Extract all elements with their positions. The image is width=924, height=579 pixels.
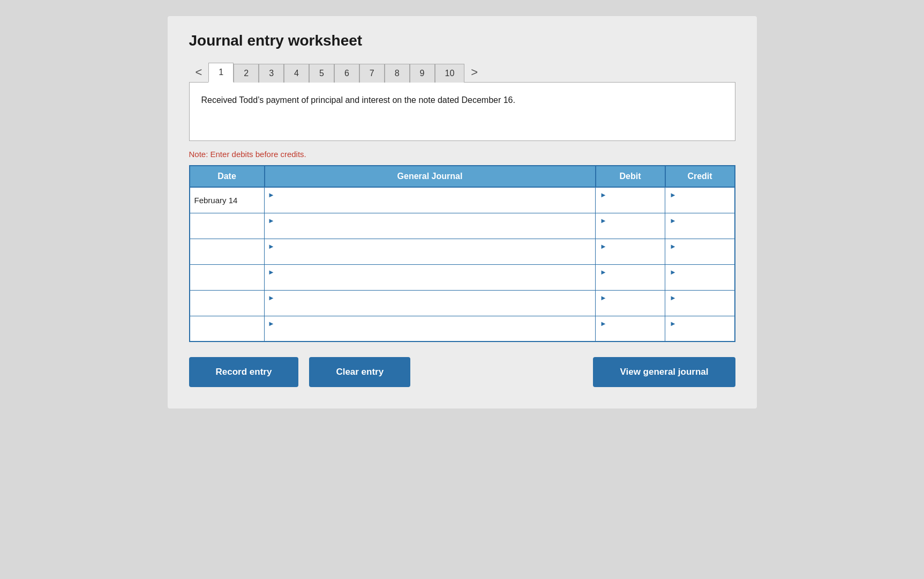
debit-cell-4[interactable]: ► <box>596 264 665 290</box>
tab-navigation: < 1 2 3 4 5 6 7 8 9 10 > <box>189 62 735 83</box>
gj-input-1[interactable] <box>268 199 591 210</box>
clear-entry-button[interactable]: Clear entry <box>309 357 410 387</box>
credit-input-1[interactable] <box>670 199 730 210</box>
arrow-icon-6: ► <box>268 320 275 328</box>
credit-input-3[interactable] <box>670 250 730 262</box>
page-title: Journal entry worksheet <box>189 32 735 49</box>
credit-arrow-1: ► <box>670 191 677 199</box>
date-cell-5 <box>190 290 265 316</box>
record-entry-button[interactable]: Record entry <box>189 357 299 387</box>
gj-input-3[interactable] <box>268 250 591 262</box>
credit-arrow-6: ► <box>670 320 677 328</box>
tab-5[interactable]: 5 <box>309 64 334 83</box>
debit-cell-1[interactable]: ► <box>596 187 665 213</box>
gj-cell-1[interactable]: ► <box>265 187 596 213</box>
tab-6[interactable]: 6 <box>334 64 359 83</box>
date-cell-2 <box>190 213 265 239</box>
credit-input-4[interactable] <box>670 276 730 287</box>
button-row: Record entry Clear entry View general jo… <box>189 357 735 387</box>
header-credit: Credit <box>665 166 735 187</box>
debit-input-6[interactable] <box>600 328 660 339</box>
gj-cell-2[interactable]: ► <box>265 213 596 239</box>
date-cell-4 <box>190 264 265 290</box>
debit-cell-6[interactable]: ► <box>596 316 665 342</box>
gj-cell-5[interactable]: ► <box>265 290 596 316</box>
date-value-1: February 14 <box>194 196 238 205</box>
debit-cell-5[interactable]: ► <box>596 290 665 316</box>
arrow-icon-2: ► <box>268 217 275 225</box>
arrow-icon-5: ► <box>268 294 275 302</box>
gj-cell-4[interactable]: ► <box>265 264 596 290</box>
credit-arrow-5: ► <box>670 294 677 302</box>
debit-cell-2[interactable]: ► <box>596 213 665 239</box>
table-row: ► ► ► <box>190 213 735 239</box>
header-general-journal: General Journal <box>265 166 596 187</box>
credit-cell-4[interactable]: ► <box>665 264 735 290</box>
header-debit: Debit <box>596 166 665 187</box>
arrow-icon-3: ► <box>268 242 275 250</box>
credit-arrow-2: ► <box>670 217 677 225</box>
view-general-journal-button[interactable]: View general journal <box>593 357 735 387</box>
debit-input-2[interactable] <box>600 225 660 236</box>
table-row: February 14 ► ► ► <box>190 187 735 213</box>
description-text: Received Todd’s payment of principal and… <box>201 95 515 105</box>
credit-input-5[interactable] <box>670 302 730 313</box>
date-cell-3 <box>190 239 265 264</box>
tab-8[interactable]: 8 <box>385 64 410 83</box>
tab-3[interactable]: 3 <box>259 64 284 83</box>
gj-cell-3[interactable]: ► <box>265 239 596 264</box>
credit-input-2[interactable] <box>670 225 730 236</box>
table-row: ► ► ► <box>190 239 735 264</box>
journal-table: Date General Journal Debit Credit Februa… <box>189 165 735 342</box>
next-nav-button[interactable]: > <box>464 62 484 83</box>
table-row: ► ► ► <box>190 290 735 316</box>
debit-input-5[interactable] <box>600 302 660 313</box>
date-cell-1: February 14 <box>190 187 265 213</box>
gj-input-2[interactable] <box>268 225 591 236</box>
debit-arrow-2: ► <box>600 217 607 225</box>
gj-input-5[interactable] <box>268 302 591 313</box>
tab-2[interactable]: 2 <box>234 64 259 83</box>
worksheet-container: Journal entry worksheet < 1 2 3 4 5 6 7 … <box>168 16 757 409</box>
debit-arrow-1: ► <box>600 191 607 199</box>
credit-cell-1[interactable]: ► <box>665 187 735 213</box>
debit-input-4[interactable] <box>600 276 660 287</box>
tab-9[interactable]: 9 <box>410 64 435 83</box>
header-date: Date <box>190 166 265 187</box>
prev-nav-button[interactable]: < <box>189 62 209 83</box>
debit-input-3[interactable] <box>600 250 660 262</box>
debit-arrow-3: ► <box>600 242 607 250</box>
credit-cell-6[interactable]: ► <box>665 316 735 342</box>
debit-arrow-5: ► <box>600 294 607 302</box>
debit-cell-3[interactable]: ► <box>596 239 665 264</box>
tab-10[interactable]: 10 <box>435 64 465 83</box>
tab-1[interactable]: 1 <box>208 63 234 83</box>
credit-cell-5[interactable]: ► <box>665 290 735 316</box>
arrow-icon-4: ► <box>268 268 275 276</box>
gj-input-4[interactable] <box>268 276 591 287</box>
arrow-icon-1: ► <box>268 191 275 199</box>
gj-cell-6[interactable]: ► <box>265 316 596 342</box>
credit-cell-2[interactable]: ► <box>665 213 735 239</box>
gj-input-6[interactable] <box>268 328 591 339</box>
debit-input-1[interactable] <box>600 199 660 210</box>
tab-7[interactable]: 7 <box>359 64 385 83</box>
credit-arrow-4: ► <box>670 268 677 276</box>
table-row: ► ► ► <box>190 316 735 342</box>
description-box: Received Todd’s payment of principal and… <box>189 82 735 141</box>
credit-input-6[interactable] <box>670 328 730 339</box>
note-text: Note: Enter debits before credits. <box>189 150 735 159</box>
table-row: ► ► ► <box>190 264 735 290</box>
credit-cell-3[interactable]: ► <box>665 239 735 264</box>
debit-arrow-4: ► <box>600 268 607 276</box>
date-cell-6 <box>190 316 265 342</box>
credit-arrow-3: ► <box>670 242 677 250</box>
debit-arrow-6: ► <box>600 320 607 328</box>
tab-4[interactable]: 4 <box>284 64 309 83</box>
